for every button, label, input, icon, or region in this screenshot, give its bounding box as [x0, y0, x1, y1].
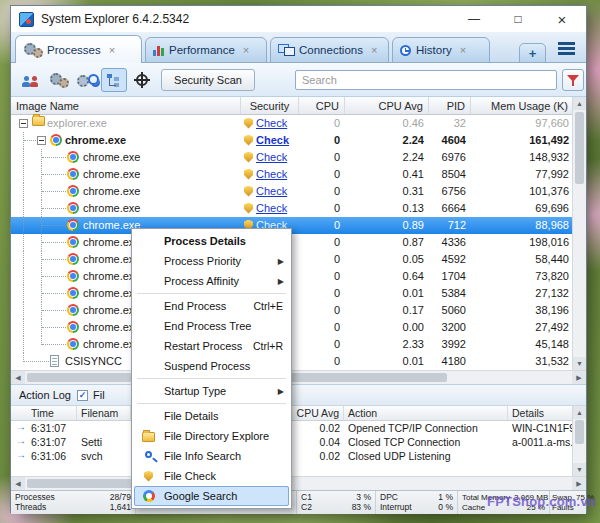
menu-item-file-check[interactable]: File Check: [134, 466, 289, 486]
column-filename[interactable]: Filenam: [77, 406, 131, 420]
column-mem-usage[interactable]: Mem Usage (K): [471, 97, 574, 114]
tree-view-button[interactable]: [101, 68, 127, 92]
cpu-value: 0: [299, 117, 340, 129]
filter-button[interactable]: [562, 69, 584, 91]
google-icon: [143, 490, 155, 502]
processes-button[interactable]: [45, 68, 71, 92]
process-search-button[interactable]: [73, 68, 99, 92]
action-log-vscrollbar[interactable]: ▲ ▼: [572, 406, 586, 476]
security-check-link[interactable]: Check: [256, 117, 287, 129]
menu-item-end-process-tree[interactable]: End Process Tree: [134, 316, 289, 336]
action-log-row[interactable]: →6:31:06svch0.02Closed UDP Listening: [11, 449, 574, 463]
menu-item-restart-process[interactable]: Restart ProcessCtrl+R: [134, 336, 289, 356]
menu-item-google-search[interactable]: Google Search: [134, 486, 289, 506]
column-security[interactable]: Security: [241, 97, 299, 114]
target-button[interactable]: [129, 68, 155, 92]
search-input[interactable]: [295, 70, 557, 90]
menu-item-suspend-process[interactable]: Suspend Process: [134, 356, 289, 376]
menu-item-startup-type[interactable]: Startup Type▶: [134, 381, 289, 401]
tree-expander-icon[interactable]: [19, 119, 28, 128]
process-row[interactable]: chrome.exeCheck02.244604161,492: [11, 132, 574, 149]
tab-performance[interactable]: Performance ×: [145, 37, 267, 63]
scroll-thumb[interactable]: [575, 420, 584, 444]
pid-value: 3992: [429, 338, 466, 350]
scroll-left-icon[interactable]: ◀: [11, 477, 25, 490]
process-row[interactable]: chrome.exeCheck00.64170473,820: [11, 268, 574, 285]
scroll-up-icon[interactable]: ▲: [573, 406, 586, 419]
scroll-up-icon[interactable]: ▲: [573, 97, 586, 110]
menu-item-file-info-search[interactable]: File Info Search: [134, 446, 289, 466]
menu-item-end-process[interactable]: End ProcessCtrl+E: [134, 296, 289, 316]
process-row[interactable]: explorer.exeCheck00.463297,660: [11, 115, 574, 132]
column-details[interactable]: Details: [508, 406, 574, 420]
process-row[interactable]: chrome.exeCheck00.01538427,132: [11, 285, 574, 302]
close-button[interactable]: ×: [540, 6, 584, 32]
process-row[interactable]: chrome.exeCheck00.8971288,968: [11, 217, 574, 234]
tab-close-icon[interactable]: ×: [109, 44, 115, 56]
process-row[interactable]: chrome.exeCheck00.874336198,016: [11, 234, 574, 251]
pid-value: 5384: [429, 287, 466, 299]
process-row[interactable]: chrome.exeCheck00.05459258,440: [11, 251, 574, 268]
scroll-left-icon[interactable]: ◀: [11, 371, 25, 384]
tree-expander-icon[interactable]: [37, 136, 46, 145]
process-row[interactable]: chrome.exeCheck00.41850477,992: [11, 166, 574, 183]
pid-value: 4604: [429, 134, 466, 146]
maximize-button[interactable]: □: [496, 6, 540, 32]
security-check-link[interactable]: Check: [256, 151, 287, 163]
process-row[interactable]: chrome.exeCheck00.00320027,492: [11, 319, 574, 336]
column-pid[interactable]: PID: [429, 97, 471, 114]
process-name: CSISYNCC: [65, 355, 122, 367]
column-time[interactable]: Time: [27, 406, 77, 420]
process-hscrollbar[interactable]: ◀ ▶: [11, 370, 586, 384]
scroll-thumb[interactable]: [575, 112, 584, 184]
menu-item-process-affinity[interactable]: Process Affinity▶: [134, 271, 289, 291]
scroll-down-icon[interactable]: ▼: [573, 357, 586, 370]
action-log-row[interactable]: →6:31:070.02Opened TCP/IP ConnectionWIN-…: [11, 421, 574, 435]
security-scan-button[interactable]: Security Scan: [161, 69, 255, 91]
chrome-icon: [67, 253, 79, 265]
tab-close-icon[interactable]: ×: [460, 44, 466, 56]
column-cpu[interactable]: CPU: [299, 97, 345, 114]
tab-close-icon[interactable]: ×: [371, 44, 377, 56]
action-log-row[interactable]: →6:31:07Setti0.04Closed TCP Connectiona-…: [11, 435, 574, 449]
tab-close-icon[interactable]: ×: [243, 44, 249, 56]
users-button[interactable]: [17, 68, 43, 92]
minimize-button[interactable]: —: [452, 6, 496, 32]
process-row[interactable]: CSISYNCCCheck00.01418031,532: [11, 353, 574, 370]
security-check-link[interactable]: Check: [256, 134, 289, 146]
column-cpu-avg[interactable]: CPU Avg: [294, 406, 344, 420]
column-action[interactable]: Action: [344, 406, 508, 420]
filter-checkbox[interactable]: ✓: [77, 390, 88, 401]
cpu-avg-value: 0.87: [345, 236, 424, 248]
chrome-icon: [67, 287, 79, 299]
add-tab-button[interactable]: +: [519, 43, 546, 63]
process-row[interactable]: chrome.exeCheck00.13666469,696: [11, 200, 574, 217]
process-row[interactable]: chrome.exeCheck02.246976148,932: [11, 149, 574, 166]
process-row[interactable]: chrome.exeCheck02.33399245,148: [11, 336, 574, 353]
security-check-link[interactable]: Check: [256, 202, 287, 214]
menu-item-process-priority[interactable]: Process Priority▶: [134, 251, 289, 271]
column-cpu-avg[interactable]: CPU Avg: [345, 97, 429, 114]
process-row[interactable]: chrome.exeCheck00.316756101,376: [11, 183, 574, 200]
tab-processes[interactable]: Processes ×: [15, 35, 142, 63]
process-row[interactable]: chrome.exeCheck00.17506038,196: [11, 302, 574, 319]
tab-history[interactable]: History ×: [392, 37, 490, 63]
menu-item-process-details[interactable]: Process Details: [134, 231, 289, 251]
action-log-hscrollbar[interactable]: ◀ ▶: [11, 476, 586, 490]
menu-item-file-details[interactable]: File Details: [134, 406, 289, 426]
process-vscrollbar[interactable]: ▲ ▼: [572, 97, 586, 370]
security-check-link[interactable]: Check: [256, 185, 287, 197]
process-name: chrome.exe: [83, 185, 140, 197]
security-check-link[interactable]: Check: [256, 168, 287, 180]
scroll-right-icon[interactable]: ▶: [572, 477, 586, 490]
hamburger-menu-icon[interactable]: [558, 42, 575, 55]
title-bar: System Explorer 6.4.2.5342 — □ ×: [11, 6, 586, 32]
column-image-name[interactable]: Image Name: [11, 97, 241, 114]
scroll-right-icon[interactable]: ▶: [572, 371, 586, 384]
menu-item-file-directory-explore[interactable]: File Directory Explore: [134, 426, 289, 446]
scroll-down-icon[interactable]: ▼: [573, 463, 586, 476]
cpu-avg-value: 0.01: [345, 355, 424, 367]
menu-item-label: Google Search: [164, 490, 237, 502]
tab-connections[interactable]: Connections ×: [270, 37, 389, 63]
cpu-value: 0: [299, 338, 340, 350]
